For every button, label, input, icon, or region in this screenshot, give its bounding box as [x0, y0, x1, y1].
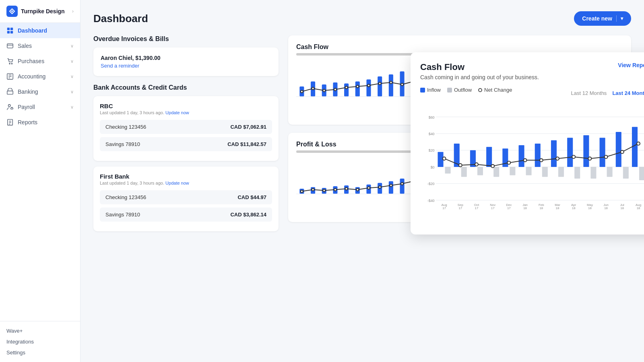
svg-point-43 [390, 81, 392, 84]
update-now-link-firstbank[interactable]: Update now [165, 181, 189, 185]
svg-rect-108 [519, 145, 524, 167]
account-balance: CAD $44.97 [237, 194, 266, 200]
svg-rect-112 [535, 144, 541, 167]
svg-text:$40: $40 [429, 132, 435, 136]
svg-text:Jun: Jun [603, 203, 609, 207]
svg-rect-28 [366, 80, 371, 97]
create-new-button[interactable]: Create new ▾ [574, 11, 631, 26]
overdue-section: Overdue Invoices & Bills Aaron Chiel, $1… [93, 35, 279, 76]
account-name: Checking 123456 [105, 194, 146, 200]
svg-rect-129 [607, 167, 613, 177]
sidebar-item-reports-label: Reports [18, 119, 74, 125]
account-row: Checking 123456 CAD $7,062.91 [100, 120, 272, 134]
svg-rect-133 [623, 167, 629, 179]
svg-point-140 [443, 157, 446, 160]
svg-rect-57 [389, 181, 393, 194]
svg-point-36 [312, 87, 314, 90]
svg-point-7 [9, 63, 10, 64]
svg-rect-109 [526, 167, 532, 175]
svg-text:Dec: Dec [506, 203, 512, 207]
time-filter-group: Last 12 Months Last 24 Months [571, 90, 644, 96]
outflow-label: Outflow [454, 87, 472, 93]
svg-point-70 [390, 184, 392, 187]
svg-point-68 [367, 187, 370, 189]
inflow-dot [420, 88, 425, 93]
sidebar-item-dashboard[interactable]: Dashboard [0, 23, 80, 38]
svg-rect-117 [558, 167, 564, 177]
page-title: Dashboard [93, 12, 574, 25]
overlay-header-left: Cash Flow Cash coming in and going out o… [420, 62, 539, 87]
update-now-link-rbc[interactable]: Update now [165, 110, 189, 115]
sidebar-item-purchases[interactable]: Purchases ∨ [0, 53, 80, 69]
svg-text:Jan: Jan [522, 203, 528, 207]
svg-point-38 [334, 88, 336, 91]
svg-point-144 [507, 161, 510, 165]
account-row: Checking 123456 CAD $44.97 [100, 190, 272, 204]
brand[interactable]: Turnpike Design › [0, 0, 80, 23]
view-report-link[interactable]: View Report [618, 62, 644, 68]
svg-rect-29 [378, 76, 382, 97]
svg-rect-132 [616, 132, 621, 167]
cash-flow-title: Cash Flow [296, 43, 623, 51]
svg-text:-$20: -$20 [427, 182, 435, 186]
chart-legend: Inflow Outflow Net Change [420, 87, 512, 93]
svg-point-64 [323, 189, 325, 192]
svg-text:Aug: Aug [442, 203, 447, 207]
sidebar-item-purchases-label: Purchases [18, 58, 66, 64]
main-nav: Dashboard Sales ∨ Purchases ∨ Accounting… [0, 23, 80, 130]
svg-text:17: 17 [458, 206, 462, 210]
sidebar-footer: Wave+ Integrations Settings [0, 321, 80, 362]
svg-text:$0: $0 [431, 165, 435, 169]
account-balance: CAD $11,842.57 [227, 141, 266, 147]
account-name: Checking 123456 [105, 124, 146, 130]
svg-point-141 [459, 164, 462, 167]
svg-point-42 [379, 82, 381, 85]
svg-point-65 [334, 188, 336, 191]
svg-point-67 [356, 188, 359, 191]
svg-point-143 [491, 165, 494, 168]
sidebar-item-banking[interactable]: Banking ∨ [0, 84, 80, 99]
brand-icon [6, 6, 18, 17]
svg-point-39 [345, 86, 348, 89]
time-filter-24m[interactable]: Last 24 Months [612, 90, 644, 96]
footer-link-settings[interactable]: Settings [6, 347, 74, 358]
svg-text:May: May [587, 203, 593, 207]
brand-name: Turnpike Design [21, 8, 65, 14]
svg-text:-$40: -$40 [427, 199, 435, 203]
svg-rect-4 [10, 31, 13, 33]
svg-text:Apr: Apr [571, 203, 576, 207]
sidebar-item-payroll[interactable]: Payroll ∨ [0, 99, 80, 115]
cash-flow-overlay: Cash Flow Cash coming in and going out o… [411, 52, 644, 234]
svg-text:18: 18 [539, 206, 543, 210]
footer-link-integrations[interactable]: Integrations [6, 336, 74, 347]
sidebar-item-reports[interactable]: Reports [0, 115, 80, 130]
svg-text:$20: $20 [429, 148, 435, 152]
footer-link-wave-plus[interactable]: Wave+ [6, 325, 74, 336]
svg-point-40 [356, 85, 359, 88]
legend-inflow: Inflow [420, 87, 441, 93]
sidebar-item-accounting[interactable]: Accounting ∨ [0, 69, 80, 84]
svg-text:17: 17 [491, 206, 495, 210]
svg-point-148 [572, 155, 575, 158]
inflow-label: Inflow [427, 87, 441, 93]
sidebar-item-sales[interactable]: Sales ∨ [0, 38, 80, 53]
overlay-chart[interactable]: $60$40$20$0-$20-$40Aug17Sep17Oct17Nov17D… [420, 104, 644, 225]
svg-rect-3 [7, 31, 10, 33]
svg-rect-120 [567, 138, 573, 167]
top-bar: Dashboard Create new ▾ [93, 11, 631, 26]
time-filter-12m[interactable]: Last 12 Months [571, 90, 607, 96]
svg-rect-5 [7, 44, 13, 48]
svg-point-8 [11, 63, 12, 64]
svg-point-147 [556, 157, 559, 160]
svg-point-145 [524, 158, 527, 162]
svg-point-41 [367, 84, 370, 87]
svg-text:18: 18 [572, 206, 576, 210]
send-reminder-link[interactable]: Send a reminder [101, 63, 271, 69]
svg-rect-30 [389, 74, 393, 97]
net-change-label: Net Change [484, 87, 512, 93]
button-divider [616, 15, 617, 22]
svg-point-0 [11, 10, 13, 12]
svg-point-146 [540, 158, 543, 162]
svg-point-151 [621, 150, 624, 154]
svg-rect-121 [574, 167, 580, 179]
